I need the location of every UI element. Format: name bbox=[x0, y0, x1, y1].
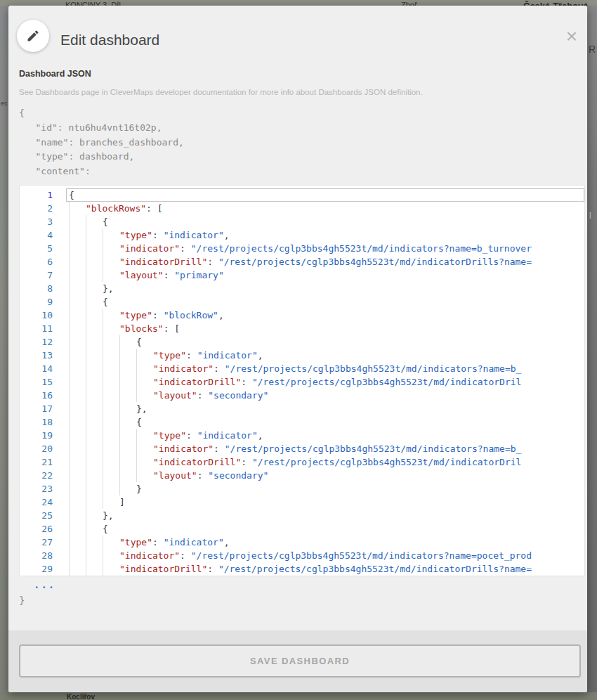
indent-guide bbox=[86, 242, 103, 255]
indent-guide bbox=[103, 536, 119, 549]
edit-dashboard-dialog: Edit dashboard × Dashboard JSON See Dash… bbox=[8, 6, 587, 692]
json-punctuation: : bbox=[152, 230, 164, 240]
close-icon[interactable]: × bbox=[566, 27, 577, 46]
code-line[interactable]: 5"indicator": "/rest/projects/cglp3bbs4g… bbox=[20, 242, 584, 255]
code-line[interactable]: 10"type": "blockRow", bbox=[20, 309, 584, 322]
code-line[interactable]: 28"indicator": "/rest/projects/cglp3bbs4… bbox=[20, 549, 584, 562]
code-line[interactable]: 20"indicator": "/rest/projects/cglp3bbs4… bbox=[20, 442, 584, 455]
json-punctuation: : [ bbox=[146, 203, 162, 214]
json-string-value: "/rest/projects/cglp3bbs4gh5523t/md/indi… bbox=[225, 363, 522, 374]
code-line[interactable]: 4"type": "indicator", bbox=[20, 228, 584, 242]
indent-guide bbox=[86, 495, 103, 509]
json-truncation-ellipsis: ... bbox=[34, 579, 55, 590]
indent-guide bbox=[103, 362, 119, 375]
map-label: Česká Třebová bbox=[523, 1, 589, 6]
json-string-value: "indicator" bbox=[164, 230, 224, 240]
code-line[interactable]: 9{ bbox=[20, 295, 584, 309]
line-number: 10 bbox=[20, 309, 66, 322]
code-line[interactable]: 11"blocks": [ bbox=[20, 322, 584, 335]
code-line[interactable]: 26{ bbox=[20, 522, 584, 536]
code-line[interactable]: 6"indicatorDrill": "/rest/projects/cglp3… bbox=[20, 255, 584, 268]
code-line[interactable]: 2"blockRows": [ bbox=[20, 202, 584, 215]
indent-guide bbox=[69, 282, 86, 295]
indent-guide bbox=[86, 522, 103, 536]
indent-guide bbox=[103, 562, 119, 576]
line-number: 15 bbox=[20, 375, 66, 389]
indent-guide bbox=[69, 268, 86, 282]
code-line[interactable]: 23} bbox=[20, 482, 584, 495]
indent-guide bbox=[69, 228, 86, 242]
indent-guide bbox=[86, 255, 103, 268]
indent-guide bbox=[103, 242, 119, 255]
code-line[interactable]: 15"indicatorDrill": "/rest/projects/cglp… bbox=[20, 375, 584, 389]
indent-guide bbox=[69, 202, 86, 215]
json-punctuation: : bbox=[186, 430, 197, 441]
indent-guide bbox=[119, 442, 136, 455]
json-string-value: "/rest/projects/cglp3bbs4gh5523t/md/indi… bbox=[191, 550, 532, 561]
json-key: "indicatorDrill" bbox=[153, 377, 241, 387]
json-punctuation: : bbox=[180, 550, 191, 561]
code-line[interactable]: 13"type": "indicator", bbox=[20, 349, 584, 362]
json-code-editor[interactable]: 1{2"blockRows": [3{4"type": "indicator",… bbox=[19, 185, 585, 576]
indent-guide bbox=[119, 389, 136, 402]
line-number: 22 bbox=[20, 469, 66, 482]
code-line[interactable]: 12{ bbox=[20, 335, 584, 349]
line-number: 26 bbox=[20, 522, 66, 536]
json-punctuation: ] bbox=[119, 497, 125, 507]
json-key: "indicatorDrill" bbox=[119, 257, 207, 267]
json-key: "type" bbox=[119, 230, 152, 240]
json-punctuation: }, bbox=[136, 403, 147, 414]
indent-guide bbox=[69, 242, 86, 255]
line-number: 11 bbox=[20, 322, 66, 335]
json-string-value: "/rest/projects/cglp3bbs4gh5523t/md/indi… bbox=[252, 457, 522, 467]
code-line[interactable]: 29"indicatorDrill": "/rest/projects/cglp… bbox=[20, 562, 584, 576]
code-line[interactable]: 1{ bbox=[20, 188, 584, 202]
save-dashboard-button[interactable]: SAVE DASHBOARD bbox=[19, 644, 581, 678]
json-punctuation: : bbox=[197, 470, 209, 481]
line-number: 1 bbox=[20, 188, 66, 202]
code-line[interactable]: 7"layout": "primary" bbox=[20, 268, 584, 282]
indent-guide bbox=[86, 375, 103, 389]
indent-guide bbox=[86, 215, 103, 228]
code-line[interactable]: 21"indicatorDrill": "/rest/projects/cglp… bbox=[20, 455, 584, 469]
code-line[interactable]: 3{ bbox=[20, 215, 584, 228]
indent-guide bbox=[69, 362, 86, 375]
indent-guide bbox=[86, 469, 103, 482]
indent-guide bbox=[119, 415, 136, 429]
code-line[interactable]: 16"layout": "secondary" bbox=[20, 389, 584, 402]
indent-guide bbox=[86, 536, 103, 549]
line-number: 18 bbox=[20, 415, 66, 429]
code-line[interactable]: 18{ bbox=[20, 415, 584, 429]
indent-guide bbox=[86, 415, 103, 429]
code-line[interactable]: 8}, bbox=[20, 282, 584, 295]
json-string-value: "secondary" bbox=[208, 470, 268, 481]
code-line[interactable]: 27"type": "indicator", bbox=[20, 536, 584, 549]
json-punctuation: { bbox=[69, 190, 74, 200]
code-line[interactable]: 17}, bbox=[20, 402, 584, 415]
indent-guide bbox=[103, 322, 119, 335]
line-number: 5 bbox=[20, 242, 66, 255]
map-label: ec bbox=[1, 100, 8, 107]
line-number: 4 bbox=[20, 228, 66, 242]
indent-guide bbox=[103, 375, 119, 389]
json-punctuation: : bbox=[214, 443, 225, 454]
indent-guide bbox=[69, 536, 86, 549]
json-key: "layout" bbox=[153, 470, 197, 481]
line-number: 25 bbox=[20, 509, 66, 522]
code-line[interactable]: 22"layout": "secondary" bbox=[20, 469, 584, 482]
backdrop-map-bottom: Koclířov bbox=[0, 692, 597, 700]
indent-guide bbox=[136, 349, 153, 362]
json-key: "layout" bbox=[119, 270, 164, 280]
indent-guide bbox=[103, 349, 119, 362]
map-label: KONCINY 3. DÍL bbox=[65, 1, 123, 6]
json-key: "indicatorDrill" bbox=[119, 564, 207, 574]
code-line[interactable]: 25}, bbox=[20, 509, 584, 522]
indent-guide bbox=[69, 415, 86, 429]
json-string-value: "/rest/projects/cglp3bbs4gh5523t/md/indi… bbox=[225, 443, 522, 454]
code-line[interactable]: 19"type": "indicator", bbox=[20, 429, 584, 442]
json-key: "indicator" bbox=[153, 443, 214, 454]
code-line[interactable]: 14"indicator": "/rest/projects/cglp3bbs4… bbox=[20, 362, 584, 375]
code-line[interactable]: 24] bbox=[20, 495, 584, 509]
indent-guide bbox=[119, 482, 136, 495]
line-number: 17 bbox=[20, 402, 66, 415]
